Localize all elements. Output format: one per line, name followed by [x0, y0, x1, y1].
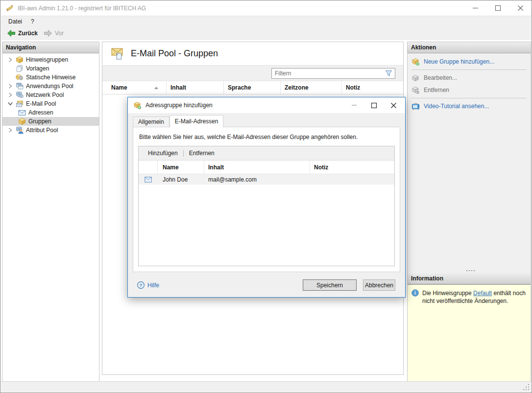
resize-grip[interactable] — [523, 384, 530, 391]
sort-asc-icon — [154, 87, 158, 89]
tab-allgemein[interactable]: Allgemein — [133, 116, 169, 127]
column-header-icon — [139, 161, 158, 174]
back-button[interactable]: Zurück — [4, 28, 41, 38]
column-header-notiz[interactable]: Notiz — [342, 81, 403, 94]
sidebar-item-attribut-pool[interactable]: Attribut Pool — [2, 126, 99, 135]
forward-button[interactable]: Vor — [41, 28, 67, 38]
action-label: Neue Gruppe hinzufügen... — [424, 58, 494, 65]
minimize-button[interactable] — [464, 0, 486, 16]
filter-input[interactable] — [272, 70, 385, 77]
column-header-sprache[interactable]: Sprache — [224, 81, 281, 94]
email-pool-icon — [16, 100, 24, 108]
column-header-zeitzone[interactable]: Zeitzone — [281, 81, 342, 94]
column-header-notiz[interactable]: Notiz — [310, 161, 394, 174]
save-button[interactable]: Speichern — [303, 279, 357, 291]
action-label: Video-Tutorial ansehen... — [424, 103, 489, 110]
dialog-title-bar: Adressgruppe hinzufügen — [128, 97, 405, 113]
add-address-group-dialog: Adressgruppe hinzufügen Allgemein E-Mail… — [127, 97, 406, 298]
splitter-dots-icon — [469, 270, 470, 271]
action-label: Bearbeiten... — [424, 74, 457, 81]
static-notices-icon — [16, 73, 24, 81]
address-table-header: Name Inhalt Notiz — [139, 161, 394, 174]
sidebar-item-adressen[interactable]: Adressen — [2, 108, 99, 117]
sidebar-item-label: Anwendungs Pool — [26, 83, 73, 90]
tv-icon — [411, 102, 420, 111]
column-header-name[interactable]: Name — [158, 161, 204, 174]
toolbar-separator — [183, 150, 184, 157]
maximize-button[interactable] — [486, 0, 509, 16]
application-pool-icon — [16, 82, 24, 90]
divider — [411, 98, 527, 98]
action-add-group[interactable]: Neue Gruppe hinzufügen... — [411, 56, 531, 67]
column-header-inhalt[interactable]: Inhalt — [167, 81, 224, 94]
action-video-tutorial[interactable]: Video-Tutorial ansehen... — [411, 101, 531, 112]
navigation-panel: Navigation Hinweisgruppen Vorlagen Stati… — [2, 42, 99, 382]
info-icon — [411, 289, 419, 297]
menu-bar: Datei ? — [1, 16, 531, 26]
package-add-icon — [133, 101, 142, 110]
content-title-row: E-Mail Pool - Gruppen — [102, 42, 403, 65]
help-link[interactable]: ? Hilfe — [137, 281, 159, 289]
menu-item-help[interactable]: ? — [26, 16, 39, 26]
chevron-right-icon[interactable] — [6, 92, 14, 97]
panel-splitter-handle[interactable] — [408, 268, 531, 273]
action-edit[interactable]: Bearbeiten... — [411, 72, 531, 83]
address-list-toolbar: Hinzufügen Entfernen — [139, 146, 394, 161]
divider — [411, 69, 527, 70]
actions-header: Aktionen — [408, 42, 531, 53]
filter-icon[interactable] — [385, 70, 392, 77]
sidebar-item-label: Statische Hinweise — [26, 74, 75, 81]
package-add-icon — [411, 58, 420, 66]
chevron-right-icon[interactable] — [6, 128, 14, 133]
dialog-close-button[interactable] — [386, 97, 401, 113]
chevron-right-icon[interactable] — [6, 57, 14, 62]
chevron-right-icon[interactable] — [6, 84, 14, 89]
dialog-maximize-button[interactable] — [366, 97, 382, 113]
title-bar: IBI-aws Admin 1.21.0 - registriert für I… — [0, 0, 532, 16]
window-controls — [464, 0, 532, 16]
cancel-button[interactable]: Abbrechen — [363, 279, 395, 291]
tab-email-adressen[interactable]: E-Mail-Adressen — [169, 115, 224, 127]
close-button[interactable] — [509, 0, 532, 16]
page-title: E-Mail Pool - Gruppen — [131, 48, 218, 59]
dialog-footer: ? Hilfe Speichern Abbrechen — [128, 272, 405, 298]
sidebar-item-hinweisgruppen[interactable]: Hinweisgruppen — [2, 55, 99, 64]
sidebar-item-email-pool[interactable]: E-Mail Pool — [2, 99, 99, 108]
sidebar-item-label: Netzwerk Pool — [26, 92, 64, 98]
remove-address-button[interactable]: Entfernen — [185, 150, 218, 157]
sidebar-item-label: Gruppen — [28, 118, 51, 125]
back-icon — [7, 29, 16, 37]
dialog-tabs: Allgemein E-Mail-Adressen — [133, 115, 405, 127]
sidebar-item-gruppen[interactable]: Gruppen — [2, 117, 99, 126]
address-list: Hinzufügen Entfernen Name Inhalt Notiz J… — [138, 146, 395, 266]
address-table-row[interactable]: John Doe mail@sample.com — [139, 174, 394, 185]
sidebar-item-label: Vorlagen — [26, 65, 49, 72]
status-bar — [1, 381, 531, 392]
chevron-down-icon[interactable] — [6, 102, 14, 106]
package-gray-icon — [411, 74, 420, 82]
information-header: Information — [408, 273, 531, 284]
information-box: Die Hinweisgruppe Default enthält noch n… — [408, 284, 531, 381]
column-header-inhalt[interactable]: Inhalt — [204, 161, 310, 174]
table-header: Name Inhalt Sprache Zeitzone Notiz — [102, 81, 403, 94]
templates-icon — [16, 65, 24, 72]
default-group-link[interactable]: Default — [473, 290, 492, 297]
app-icon — [5, 4, 14, 12]
forward-label: Vor — [55, 30, 64, 37]
sidebar-item-label: Hinweisgruppen — [26, 56, 68, 63]
notice-groups-icon — [16, 56, 24, 64]
column-header-name[interactable]: Name — [102, 81, 167, 94]
help-label: Hilfe — [147, 282, 159, 289]
menu-item-datei[interactable]: Datei — [4, 16, 26, 26]
right-panel: Aktionen Neue Gruppe hinzufügen... Bearb… — [407, 42, 531, 382]
dialog-minimize-button[interactable] — [346, 97, 362, 113]
sidebar-item-statische-hinweise[interactable]: Statische Hinweise — [2, 73, 99, 82]
navigation-tree: Hinweisgruppen Vorlagen Statische Hinwei… — [2, 53, 99, 135]
sidebar-item-netzwerk-pool[interactable]: Netzwerk Pool — [2, 91, 99, 99]
forward-icon — [44, 29, 52, 37]
action-remove[interactable]: Entfernen — [411, 85, 531, 95]
sidebar-item-vorlagen[interactable]: Vorlagen — [2, 64, 99, 73]
add-address-button[interactable]: Hinzufügen — [144, 150, 182, 157]
sidebar-item-anwendungs-pool[interactable]: Anwendungs Pool — [2, 82, 99, 91]
network-pool-icon — [16, 91, 24, 99]
